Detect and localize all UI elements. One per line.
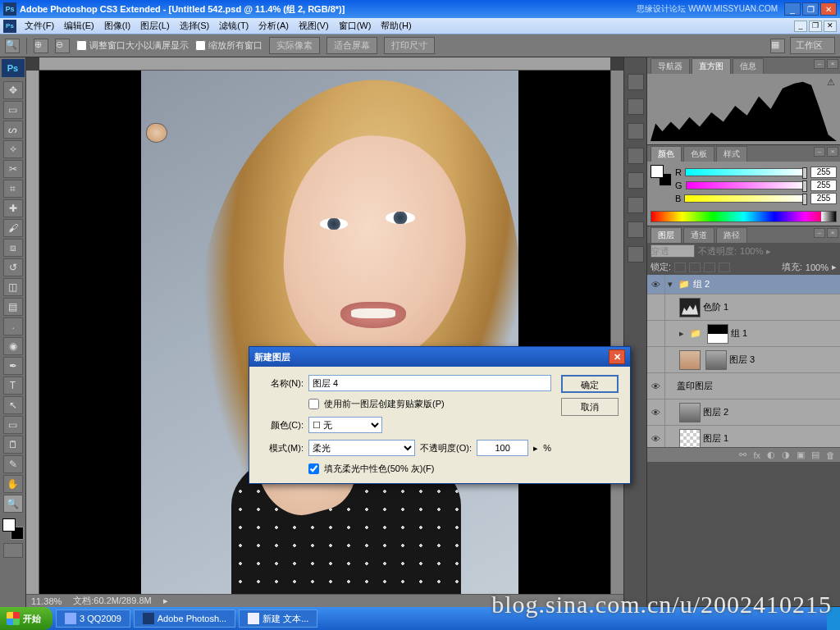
menu-filter[interactable]: 滤镜(T) [214,18,253,34]
fx-icon[interactable]: fx [753,450,760,460]
canvas-area[interactable]: 11.38% 文档:60.2M/289.8M ▸ [26,57,623,607]
layer-1[interactable]: 👁 图层 1 [647,426,840,447]
wand-tool[interactable]: ✧ [3,140,23,158]
mdi-restore[interactable]: ❐ [809,21,822,32]
resize-fill-checkbox[interactable]: 调整窗口大小以满屏显示 [76,39,189,52]
eraser-tool[interactable]: ◫ [3,278,23,296]
eyedropper-tool[interactable]: ✎ [3,455,23,473]
visibility-icon[interactable]: 👁 [647,373,665,399]
history-brush-tool[interactable]: ↺ [3,258,23,276]
layer-group-2[interactable]: 👁 ▾ 📁 组 2 [647,275,840,294]
tab-color[interactable]: 颜色 [651,146,682,162]
histogram-warning-icon[interactable]: ⚠ [827,77,835,88]
brush-tool[interactable]: 🖌 [3,219,23,237]
visibility-icon[interactable] [647,321,665,346]
move-tool[interactable]: ✥ [3,81,23,99]
status-arrow-icon[interactable]: ▸ [163,596,168,606]
gradient-tool[interactable]: ▤ [3,298,23,316]
layer-stamp[interactable]: 👁 盖印图层 [647,373,840,399]
mdi-close[interactable]: ✕ [824,21,837,32]
r-value[interactable]: 255 [810,167,837,178]
zoom-out-icon[interactable]: ⊖ [55,39,70,53]
minimize-button[interactable]: _ [784,2,801,16]
panel-close-icon[interactable]: × [827,59,838,69]
adjust-icon[interactable]: ◑ [782,450,790,460]
menu-view[interactable]: 视图(V) [294,18,334,34]
menu-image[interactable]: 图像(I) [99,18,135,34]
lock-position-icon[interactable] [704,262,715,272]
mask-icon[interactable]: ◐ [767,450,775,460]
g-slider[interactable] [686,181,807,189]
b-slider[interactable] [684,194,807,203]
layer-group1[interactable]: ▸ 📁 组 1 [647,321,840,347]
layer-levels1[interactable]: 色阶 1 [647,294,840,321]
panel-close-icon[interactable]: × [827,228,838,238]
mdi-minimize[interactable]: _ [794,21,807,32]
visibility-icon[interactable] [647,294,665,320]
name-input[interactable] [308,375,551,391]
actual-pixels-button[interactable]: 实际像素 [269,37,320,54]
dock-icon-4[interactable] [628,148,644,164]
zoom-tool[interactable]: 🔍 [3,495,23,513]
tab-histogram[interactable]: 直方图 [692,58,731,74]
mode-select[interactable]: 柔光 [308,440,415,456]
r-slider[interactable] [685,168,807,176]
blend-mode-select[interactable]: 穿透 [651,244,695,258]
dock-icon-6[interactable] [628,197,644,213]
zoom-all-checkbox[interactable]: 缩放所有窗口 [195,39,262,52]
visibility-icon[interactable] [647,347,665,372]
fill-value[interactable]: 100% [806,262,829,272]
dock-icon-3[interactable] [628,123,644,139]
color-select[interactable]: ☐ 无 [308,417,382,433]
spectrum-bar[interactable] [651,211,837,222]
layer-2[interactable]: 👁 图层 2 [647,399,840,426]
maximize-button[interactable]: ❐ [802,2,819,16]
color-swatches[interactable] [2,518,24,540]
slice-tool[interactable]: ⌗ [3,180,23,198]
stamp-tool[interactable]: ⧇ [3,239,23,257]
path-tool[interactable]: ↖ [3,396,23,414]
dock-icon-2[interactable] [628,98,644,115]
pen-tool[interactable]: ✒ [3,357,23,375]
hand-tool[interactable]: ✋ [3,475,23,493]
visibility-icon[interactable]: 👁 [647,399,665,425]
b-value[interactable]: 255 [810,193,837,204]
tab-layers[interactable]: 图层 [651,227,682,243]
scrollbar-vertical[interactable] [610,71,623,594]
lock-all-icon[interactable] [719,262,730,272]
tab-channels[interactable]: 通道 [683,227,714,243]
panel-close-icon[interactable]: × [827,147,838,157]
tab-paths[interactable]: 路径 [716,227,747,243]
print-size-button[interactable]: 打印尺寸 [384,37,435,54]
visibility-icon[interactable]: 👁 [647,275,665,294]
close-button[interactable]: ✕ [820,2,837,16]
dock-icon-8[interactable] [628,246,644,262]
new-layer-icon[interactable]: ▤ [811,450,819,460]
dialog-close-button[interactable]: ✕ [609,349,625,364]
start-button[interactable]: 开始 [0,607,52,630]
tab-info[interactable]: 信息 [733,58,764,74]
dialog-titlebar[interactable]: 新建图层 ✕ [249,347,630,367]
menu-layer[interactable]: 图层(L) [135,18,174,34]
menu-window[interactable]: 窗口(W) [334,18,377,34]
fit-screen-button[interactable]: 适合屏幕 [326,37,377,54]
opacity-input[interactable] [477,440,528,456]
tab-styles[interactable]: 样式 [716,146,747,162]
menu-analysis[interactable]: 分析(A) [253,18,294,34]
blur-tool[interactable]: ܁ [3,317,23,336]
lock-pixels-icon[interactable] [689,262,701,272]
notes-tool[interactable]: 🗒 [3,436,23,454]
menu-file[interactable]: 文件(F) [20,18,59,34]
workspace-icon[interactable]: ▦ [770,39,785,53]
lasso-tool[interactable]: ᔕ [3,121,23,139]
link-icon[interactable]: ⚯ [739,450,746,460]
panel-minimize-icon[interactable]: – [814,228,825,238]
layer-3[interactable]: 图层 3 [647,347,840,373]
type-tool[interactable]: T [3,377,23,395]
zoom-level[interactable]: 11.38% [31,596,62,606]
fill-neutral-checkbox[interactable] [308,463,319,474]
panel-minimize-icon[interactable]: – [814,59,825,69]
tab-swatches[interactable]: 色板 [683,146,714,162]
workspace-dropdown[interactable]: 工作区 [790,37,835,54]
twirl-icon[interactable]: ▾ [665,279,675,290]
